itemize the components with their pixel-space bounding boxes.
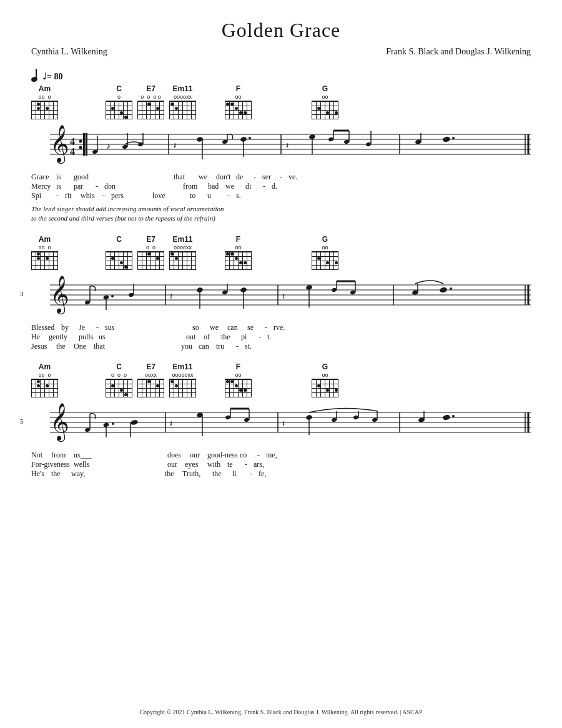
- svg-point-32: [328, 137, 333, 142]
- svg-rect-11: [86, 133, 87, 156]
- chords-row-1: Am oo o C o: [31, 84, 531, 119]
- svg-point-12: [92, 149, 97, 154]
- lyrics-row-2-v1: Blessed by Je - sus so we can se - rve.: [31, 323, 531, 332]
- chord-em11-2: Em11 ooooxx: [169, 235, 196, 270]
- svg-point-37: [365, 142, 371, 147]
- svg-text:♪: ♪: [106, 141, 111, 151]
- svg-text:4: 4: [70, 136, 75, 147]
- staff-section-3: 𝄞 𝄽: [31, 400, 531, 447]
- staff-measure-2-container: 3 𝄞: [31, 272, 531, 322]
- chord-c-1: C o: [106, 84, 132, 119]
- svg-point-43: [452, 137, 455, 139]
- svg-point-109: [331, 417, 337, 422]
- music-section-1: ♩= 80 Am oo o C o: [31, 69, 531, 224]
- svg-text:𝄞: 𝄞: [50, 403, 69, 442]
- chord-g-3: G oo: [312, 362, 338, 397]
- chord-em11-1: Em11 ooooxx: [169, 84, 196, 119]
- svg-rect-10: [83, 133, 86, 156]
- composer-right: Frank S. Black and Douglas J. Wilkening: [386, 47, 531, 57]
- staff-measure-3-container: 5 𝄞 �: [31, 400, 531, 449]
- svg-text:𝄽: 𝄽: [170, 293, 172, 299]
- page: Golden Grace Cynthia L. Wilkening Frank …: [0, 0, 562, 728]
- svg-point-94: [130, 419, 138, 426]
- tempo-mark: ♩= 80: [31, 69, 531, 83]
- chords-row-2: Am oo o C: [31, 235, 531, 270]
- svg-point-102: [244, 417, 249, 422]
- svg-text:𝄽: 𝄽: [170, 421, 172, 427]
- lyrics-row-2-v3: Jesus the One that you can tru - st.: [31, 342, 531, 351]
- chord-c-3: C o o o: [106, 362, 132, 397]
- svg-point-8: [79, 140, 82, 143]
- chord-am-2: Am oo o: [31, 235, 58, 270]
- music-section-2: Am oo o C: [31, 235, 531, 351]
- tempo-value: ♩= 80: [42, 71, 62, 82]
- svg-point-27: [249, 137, 251, 139]
- lyrics-row-3-v2: For-giveness wells our eyes with te - ar…: [31, 460, 531, 469]
- svg-point-100: [225, 415, 230, 420]
- chords-row-3: Am oo o C o o o: [31, 362, 531, 397]
- chord-am-1: Am oo o: [31, 84, 58, 119]
- svg-point-55: [111, 295, 114, 297]
- tempo-note-icon: [31, 69, 39, 83]
- svg-point-79: [439, 286, 448, 293]
- svg-text:𝄽: 𝄽: [282, 293, 285, 299]
- chord-f-2: F oo: [225, 235, 252, 270]
- svg-point-63: [222, 290, 227, 295]
- chord-e7-1: E7 o o o o: [137, 84, 164, 119]
- lyrics-row-1-v3: Spi - rit whis - pers love to u - s.: [31, 191, 531, 201]
- svg-point-93: [112, 422, 114, 425]
- svg-text:𝄽: 𝄽: [174, 142, 176, 149]
- chord-am-3: Am oo o: [31, 362, 58, 397]
- subtitle-row: Cynthia L. Wilkening Frank S. Black and …: [31, 47, 531, 57]
- svg-point-113: [372, 417, 377, 422]
- svg-point-73: [350, 290, 355, 295]
- svg-text:4: 4: [70, 146, 75, 157]
- copyright-footer: Copyright © 2021 Cynthia L. Wilkening, F…: [0, 709, 562, 716]
- svg-point-118: [442, 414, 451, 421]
- lyrics-row-1-v1: Grace is good that we don't de - ser - v…: [31, 172, 531, 182]
- chord-em11-3: Em11 oooooxx: [169, 362, 196, 397]
- svg-point-9: [79, 146, 82, 149]
- staff-section-1: 𝄞 4 4 ♪ 𝄽: [31, 122, 531, 169]
- lyrics-row-3-v1: Not from us___ does our good-ness co - m…: [31, 451, 531, 460]
- measure-number-3: 3: [20, 290, 24, 297]
- svg-point-111: [353, 415, 358, 420]
- lyrics-row-1-v2: Mercy is par - don from bad we di - d.: [31, 182, 531, 191]
- svg-text:𝄽: 𝄽: [286, 142, 288, 149]
- staff-section-2: 𝄞 𝄽: [31, 272, 531, 319]
- lyrics-row-3-v3: He's the way, the Truth, the li - fe,: [31, 469, 531, 479]
- svg-point-23: [222, 139, 227, 144]
- svg-point-42: [442, 136, 451, 143]
- performance-note: The lead singer should add increasing am…: [31, 204, 531, 224]
- chord-g-1: G oo: [312, 84, 338, 119]
- svg-text:𝄞: 𝄞: [50, 125, 69, 164]
- chord-e7-2: E7 o o: [137, 235, 164, 270]
- chord-f-1: F oo: [225, 84, 252, 119]
- chord-g-2: G oo: [312, 235, 338, 270]
- chord-f-3: F oo: [225, 362, 252, 397]
- svg-text:𝄞: 𝄞: [50, 276, 69, 315]
- measure-number-5: 5: [20, 417, 24, 425]
- svg-point-119: [452, 415, 455, 417]
- svg-point-89: [84, 427, 90, 432]
- svg-point-34: [343, 139, 349, 144]
- svg-point-57: [128, 292, 134, 297]
- svg-point-15: [122, 144, 127, 149]
- chord-e7-3: E7 ooxx: [137, 362, 164, 397]
- music-section-3: Am oo o C o o o: [31, 362, 531, 479]
- svg-point-52: [84, 300, 90, 305]
- svg-point-80: [450, 287, 452, 290]
- lyrics-row-2-v2: He gently pulls us out of the pi - t.: [31, 332, 531, 342]
- chord-c-2: C: [106, 235, 132, 270]
- song-title: Golden Grace: [31, 19, 531, 42]
- composer-left: Cynthia L. Wilkening: [31, 47, 107, 57]
- svg-point-71: [331, 287, 337, 292]
- svg-text:𝄽: 𝄽: [282, 421, 285, 427]
